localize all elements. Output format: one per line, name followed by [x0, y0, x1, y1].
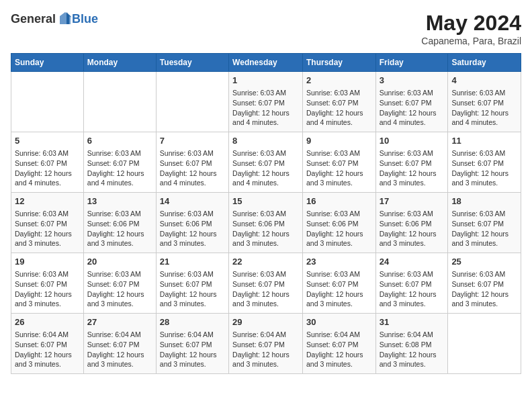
day-number: 6	[87, 135, 152, 147]
logo-blue: Blue	[72, 12, 98, 26]
calendar-week-row: 1Sunrise: 6:03 AMSunset: 6:07 PMDaylight…	[11, 72, 521, 132]
calendar-cell: 7Sunrise: 6:03 AMSunset: 6:07 PMDaylight…	[156, 132, 228, 193]
calendar-day-header: Saturday	[448, 54, 521, 72]
calendar-day-header: Sunday	[11, 54, 84, 72]
day-number: 2	[306, 75, 372, 87]
day-number: 17	[380, 195, 445, 208]
calendar-cell: 13Sunrise: 6:03 AMSunset: 6:06 PMDayligh…	[83, 193, 156, 253]
calendar-cell: 9Sunrise: 6:03 AMSunset: 6:07 PMDaylight…	[302, 132, 375, 193]
day-number: 29	[232, 316, 299, 328]
calendar-cell	[448, 314, 521, 374]
calendar-week-row: 26Sunrise: 6:04 AMSunset: 6:07 PMDayligh…	[11, 314, 521, 374]
day-number: 27	[87, 316, 152, 328]
logo: General Blue	[11, 11, 98, 27]
calendar-cell: 5Sunrise: 6:03 AMSunset: 6:07 PMDaylight…	[11, 132, 84, 193]
calendar-cell	[83, 72, 156, 132]
calendar-header-row: SundayMondayTuesdayWednesdayThursdayFrid…	[11, 54, 521, 72]
calendar-cell: 30Sunrise: 6:04 AMSunset: 6:07 PMDayligh…	[302, 314, 375, 374]
month-title: May 2024	[421, 11, 521, 36]
calendar-week-row: 19Sunrise: 6:03 AMSunset: 6:07 PMDayligh…	[11, 253, 521, 314]
calendar-cell: 19Sunrise: 6:03 AMSunset: 6:07 PMDayligh…	[11, 253, 84, 314]
calendar-cell: 28Sunrise: 6:04 AMSunset: 6:07 PMDayligh…	[156, 314, 228, 374]
day-number: 15	[232, 195, 299, 208]
calendar-cell: 26Sunrise: 6:04 AMSunset: 6:07 PMDayligh…	[11, 314, 84, 374]
day-number: 20	[87, 256, 152, 268]
day-number: 24	[380, 256, 445, 268]
page-header: General Blue May 2024 Capanema, Para, Br…	[11, 11, 521, 46]
calendar-cell: 4Sunrise: 6:03 AMSunset: 6:07 PMDaylight…	[448, 72, 521, 132]
calendar-week-row: 12Sunrise: 6:03 AMSunset: 6:07 PMDayligh…	[11, 193, 521, 253]
calendar-cell: 8Sunrise: 6:03 AMSunset: 6:07 PMDaylight…	[229, 132, 303, 193]
calendar-cell: 25Sunrise: 6:03 AMSunset: 6:07 PMDayligh…	[448, 253, 521, 314]
calendar-week-row: 5Sunrise: 6:03 AMSunset: 6:07 PMDaylight…	[11, 132, 521, 193]
day-number: 1	[232, 75, 299, 87]
day-number: 4	[451, 75, 517, 87]
calendar-cell	[156, 72, 228, 132]
day-number: 18	[451, 195, 517, 208]
day-number: 21	[160, 256, 225, 268]
calendar-cell: 16Sunrise: 6:03 AMSunset: 6:06 PMDayligh…	[302, 193, 375, 253]
calendar-day-header: Friday	[375, 54, 448, 72]
day-number: 23	[306, 256, 372, 268]
day-number: 11	[451, 135, 517, 147]
calendar-day-header: Monday	[83, 54, 156, 72]
title-block: May 2024 Capanema, Para, Brazil	[421, 11, 521, 46]
logo-icon	[57, 11, 73, 27]
day-number: 7	[160, 135, 225, 147]
location: Capanema, Para, Brazil	[421, 36, 521, 46]
calendar-cell: 23Sunrise: 6:03 AMSunset: 6:07 PMDayligh…	[302, 253, 375, 314]
calendar-day-header: Tuesday	[156, 54, 228, 72]
day-number: 16	[306, 195, 372, 208]
day-number: 25	[451, 256, 517, 268]
calendar-cell: 12Sunrise: 6:03 AMSunset: 6:07 PMDayligh…	[11, 193, 84, 253]
calendar-cell: 6Sunrise: 6:03 AMSunset: 6:07 PMDaylight…	[83, 132, 156, 193]
calendar-cell: 21Sunrise: 6:03 AMSunset: 6:07 PMDayligh…	[156, 253, 228, 314]
calendar-cell: 14Sunrise: 6:03 AMSunset: 6:06 PMDayligh…	[156, 193, 228, 253]
day-number: 31	[380, 316, 445, 328]
day-number: 5	[15, 135, 80, 147]
calendar-cell: 11Sunrise: 6:03 AMSunset: 6:07 PMDayligh…	[448, 132, 521, 193]
logo-general: General	[11, 12, 56, 26]
day-number: 26	[15, 316, 80, 328]
day-number: 22	[232, 256, 299, 268]
day-number: 13	[87, 195, 152, 208]
calendar-cell: 15Sunrise: 6:03 AMSunset: 6:06 PMDayligh…	[229, 193, 303, 253]
day-number: 9	[306, 135, 372, 147]
day-number: 3	[380, 75, 445, 87]
day-number: 14	[160, 195, 225, 208]
calendar-cell: 10Sunrise: 6:03 AMSunset: 6:07 PMDayligh…	[375, 132, 448, 193]
calendar-cell: 2Sunrise: 6:03 AMSunset: 6:07 PMDaylight…	[302, 72, 375, 132]
day-number: 19	[15, 256, 80, 268]
day-number: 10	[380, 135, 445, 147]
calendar-cell: 24Sunrise: 6:03 AMSunset: 6:07 PMDayligh…	[375, 253, 448, 314]
calendar-cell: 22Sunrise: 6:03 AMSunset: 6:07 PMDayligh…	[229, 253, 303, 314]
calendar-day-header: Thursday	[302, 54, 375, 72]
calendar-cell: 27Sunrise: 6:04 AMSunset: 6:07 PMDayligh…	[83, 314, 156, 374]
calendar-table: SundayMondayTuesdayWednesdayThursdayFrid…	[11, 53, 521, 374]
calendar-cell: 20Sunrise: 6:03 AMSunset: 6:07 PMDayligh…	[83, 253, 156, 314]
calendar-cell	[11, 72, 84, 132]
day-number: 12	[15, 195, 80, 208]
day-number: 28	[160, 316, 225, 328]
calendar-cell: 31Sunrise: 6:04 AMSunset: 6:08 PMDayligh…	[375, 314, 448, 374]
calendar-day-header: Wednesday	[229, 54, 303, 72]
calendar-cell: 1Sunrise: 6:03 AMSunset: 6:07 PMDaylight…	[229, 72, 303, 132]
day-number: 8	[232, 135, 299, 147]
calendar-cell: 3Sunrise: 6:03 AMSunset: 6:07 PMDaylight…	[375, 72, 448, 132]
calendar-cell: 18Sunrise: 6:03 AMSunset: 6:07 PMDayligh…	[448, 193, 521, 253]
calendar-cell: 29Sunrise: 6:04 AMSunset: 6:07 PMDayligh…	[229, 314, 303, 374]
day-number: 30	[306, 316, 372, 328]
calendar-cell: 17Sunrise: 6:03 AMSunset: 6:06 PMDayligh…	[375, 193, 448, 253]
